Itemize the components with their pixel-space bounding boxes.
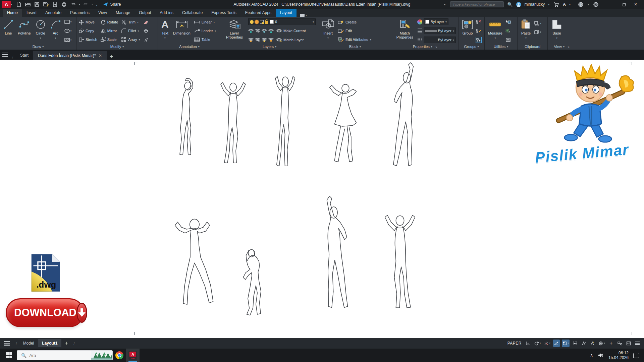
annotation-visibility-icon[interactable] [580, 340, 587, 347]
erase-icon[interactable] [144, 19, 149, 25]
polyline-button[interactable]: Polyline [17, 18, 32, 44]
select-similar-icon[interactable] [505, 28, 511, 34]
layer-onoff-icon[interactable] [248, 38, 254, 42]
paste-button[interactable]: Paste▾ [520, 18, 532, 44]
group-edit-icon[interactable] [476, 28, 481, 34]
layer-thaw-all-icon[interactable] [262, 38, 267, 42]
new-layout-button[interactable]: + [61, 340, 71, 347]
tab-featured-apps[interactable]: Featured Apps [241, 9, 276, 17]
start-tab[interactable]: Start [15, 51, 33, 60]
rectangle-tool-icon[interactable]: ▾ [64, 19, 72, 25]
tab-layout[interactable]: Layout [276, 9, 297, 17]
utilities-panel-label[interactable]: Utilities▾ [485, 44, 517, 50]
autocad-app-icon[interactable]: A [2, 1, 11, 8]
ungroup-icon[interactable] [476, 19, 481, 25]
search-collapse-icon[interactable]: ▸ [444, 3, 446, 6]
layer-lock2-icon[interactable] [268, 29, 274, 33]
quick-select-icon[interactable] [505, 19, 511, 25]
properties-panel-label[interactable]: Properties▾↘ [392, 44, 458, 50]
layout1-tab[interactable]: Layout1 [38, 339, 61, 347]
undo-icon[interactable] [70, 1, 76, 7]
start-button[interactable] [6, 352, 12, 358]
dimension-button[interactable]: Dimension [172, 18, 192, 44]
file-tabs-menu-icon[interactable] [0, 50, 10, 60]
workspace-switch-icon[interactable]: + [608, 340, 614, 347]
tab-annotate[interactable]: Annotate [41, 9, 66, 17]
help-icon[interactable]: ? [578, 1, 584, 7]
close-button[interactable]: × [630, 0, 641, 8]
match-layer-button[interactable]: Match Layer [276, 37, 304, 43]
app-menu-caret-icon[interactable]: ▾ [11, 3, 12, 6]
volume-icon[interactable] [598, 353, 604, 358]
linetype-dropdown[interactable]: ByLayer▾ [424, 37, 456, 43]
fillet-button[interactable]: Fillet▾ [121, 27, 140, 34]
explode-icon[interactable] [144, 28, 149, 34]
edit-attributes-button[interactable]: Edit Attributes▾ [338, 36, 371, 43]
notification-center-icon[interactable] [633, 353, 639, 358]
layer-unlock-icon[interactable] [268, 38, 274, 42]
leader-button[interactable]: Leader▾ [194, 27, 216, 34]
qat-customize-icon[interactable]: ⌄ [95, 3, 98, 6]
match-properties-button[interactable]: Match Properties [394, 18, 415, 44]
autocad-taskbar-icon[interactable]: ACAD [126, 349, 140, 362]
app-store-cart-icon[interactable] [553, 1, 559, 7]
hatch-tool-icon[interactable]: ▾ [64, 37, 72, 43]
tab-output[interactable]: Output [135, 9, 155, 17]
feedback-icon[interactable] [592, 1, 599, 7]
layer-prev-icon[interactable] [255, 38, 260, 42]
scale-button[interactable]: Scale [101, 36, 118, 43]
user-menu-caret-icon[interactable]: ▾ [548, 3, 549, 6]
workspace-icon[interactable] [52, 1, 58, 7]
move-button[interactable]: Move [79, 19, 97, 25]
plot-icon[interactable] [61, 1, 67, 7]
block-edit-button[interactable]: Edit [338, 27, 371, 34]
search-icon[interactable]: 🔍 [507, 2, 513, 7]
tab-view[interactable]: View [94, 9, 111, 17]
drawing-canvas[interactable]: Pislik Mimar .dwg DOWNLOAD [0, 60, 644, 338]
autoscale-icon[interactable] [589, 340, 596, 347]
help-caret-icon[interactable]: ▾ [588, 3, 589, 6]
minimize-button[interactable]: – [607, 0, 619, 8]
copy-button[interactable]: Copy [79, 27, 97, 34]
redo-caret-icon[interactable]: ▾ [92, 3, 93, 6]
space-mode-label[interactable]: PAPER [507, 341, 522, 346]
user-name[interactable]: mimarlucky [525, 2, 545, 7]
offset-icon[interactable] [144, 37, 149, 43]
layer-freeze-icon[interactable] [262, 29, 267, 33]
autodesk-a-caret-icon[interactable]: ▾ [569, 3, 571, 6]
grid-toggle-icon[interactable] [525, 340, 532, 347]
lineweight-icon[interactable] [417, 28, 422, 34]
snap-toggle-icon[interactable]: ▾ [534, 340, 542, 347]
annotation-panel-label[interactable]: Annotation▾ [158, 44, 221, 50]
close-document-icon[interactable]: ✕ [99, 53, 102, 58]
groups-panel-label[interactable]: Groups▾ [459, 44, 484, 50]
polar-tracking-toggle-icon[interactable]: ▾ [562, 340, 570, 347]
save-icon[interactable] [34, 1, 40, 7]
object-snap-toggle-icon[interactable] [572, 340, 578, 347]
copy-clip-icon[interactable]: ▾ [534, 29, 541, 35]
customize-statusbar-icon[interactable] [634, 340, 641, 347]
document-tab[interactable]: Dans Eden İnsan (Pislik Mimar)* ✕ [33, 51, 107, 60]
download-button[interactable]: DOWNLOAD [6, 298, 84, 327]
layer-off-icon[interactable] [248, 29, 254, 33]
layer-thaw-icon[interactable] [255, 20, 259, 24]
tab-insert[interactable]: Insert [22, 9, 41, 17]
undo-caret-icon[interactable]: ▾ [79, 3, 80, 6]
group-button[interactable]: Group [461, 18, 474, 44]
open-folder-icon[interactable] [24, 1, 31, 7]
circle-button[interactable]: Circle▾ [34, 18, 47, 44]
save-as-icon[interactable] [43, 1, 49, 7]
layer-vp-freeze-icon[interactable] [260, 20, 264, 24]
ortho-toggle-icon[interactable] [553, 340, 560, 347]
tab-collaborate[interactable]: Collaborate [178, 9, 207, 17]
rotate-button[interactable]: Rotate [101, 19, 118, 25]
view-panel-label[interactable]: View▾↘ [548, 44, 576, 50]
tab-manage[interactable]: Manage [111, 9, 135, 17]
linetype-icon[interactable] [417, 37, 422, 43]
tab-addins[interactable]: Add-ins [155, 9, 178, 17]
tab-home[interactable]: Home [3, 9, 22, 17]
layer-on-icon[interactable] [250, 20, 254, 24]
line-button[interactable]: Line [2, 18, 14, 44]
taskbar-clock[interactable]: 06:12 15.04.2026 [608, 351, 629, 360]
linear-button[interactable]: Linear▾ [194, 19, 216, 25]
